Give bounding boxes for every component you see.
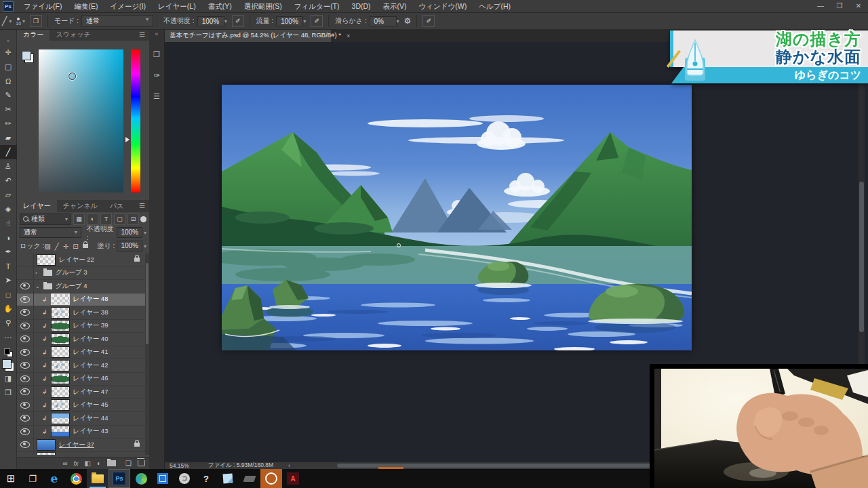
smudge-tool[interactable]: ☝ [0,216,17,230]
zoom-tool[interactable]: ⚲ [0,316,17,330]
layer-style-icon[interactable]: fx [74,460,79,467]
color-panel-tab[interactable]: スウォッチ [50,28,96,41]
lock-transparency-icon[interactable]: ▨ [44,243,50,250]
edge-browser-icon[interactable]: e [43,469,65,488]
layers-panel-tab[interactable]: レイヤー [17,200,57,212]
layer-name[interactable]: レイヤー 39 [73,321,108,330]
airbrush-toggle[interactable]: ✐ [311,15,323,27]
mode-select[interactable]: 通常▾ [81,15,153,27]
layer-name[interactable]: レイヤー 46 [73,374,108,383]
new-group-icon[interactable] [107,460,116,466]
screen-mode-button[interactable]: ❐ [0,386,17,400]
fill-value[interactable]: 100% [117,241,142,251]
layer-thumbnail[interactable] [51,399,70,411]
layer-thumbnail[interactable] [51,386,70,398]
layer-row[interactable]: ↲レイヤー 43 [17,426,145,439]
layer-name[interactable]: レイヤー 22 [59,256,94,264]
clone-stamp-tool[interactable]: ♙ [0,159,17,174]
group-expand-icon[interactable]: › [35,270,42,276]
layer-row[interactable]: レイヤー 37 [17,439,145,452]
status-zoom-level[interactable]: 54.15% [170,462,189,469]
hue-slider[interactable] [131,49,140,192]
opacity-chevron[interactable]: ▾ [224,18,227,24]
layer-thumbnail[interactable] [51,333,70,345]
layer-row[interactable]: レイヤー 22 [17,253,145,267]
eraser-tool[interactable]: ▱ [0,188,17,202]
layer-row[interactable]: ↲レイヤー 40 [17,333,145,346]
layer-name[interactable]: グループ 4 [56,282,87,291]
layer-thumbnail[interactable] [51,426,70,437]
layers-opacity-value[interactable]: 100% [117,227,142,238]
recorder-app-icon[interactable] [174,469,195,488]
brush-tool[interactable]: ╱ [0,145,17,159]
minimize-button[interactable]: — [811,0,830,12]
filter-type-layers-icon[interactable]: T [100,214,112,225]
paint-app-icon[interactable] [130,469,152,488]
layer-thumbnail[interactable] [51,320,70,331]
new-layer-icon[interactable]: ❏ [125,460,132,467]
visibility-toggle[interactable] [17,412,34,425]
lock-pixels-icon[interactable]: ╱ [55,243,59,250]
layer-thumbnail[interactable] [37,452,56,455]
visibility-toggle[interactable] [17,333,34,346]
color-field-cursor[interactable] [68,73,76,80]
layers-panel-tab[interactable]: パス [104,200,130,212]
layer-thumbnail[interactable] [51,293,70,305]
menu-item[interactable]: ヘルプ(H) [473,0,517,12]
document-tab[interactable]: 基本モチーフはすみ.psd @ 54.2% (レイヤー 48, RGB/8#) … [164,28,331,42]
layer-row[interactable]: ↲レイヤー 41 [17,346,145,360]
start-button[interactable]: ⊞ [0,469,22,488]
brush-panel-toggle[interactable]: ❐ [30,15,42,27]
default-colors-icon[interactable] [4,348,13,357]
menu-item[interactable]: レイヤー(L) [152,0,202,12]
visibility-toggle[interactable] [17,293,34,306]
menu-item[interactable]: フィルター(T) [288,0,346,12]
layer-name[interactable]: レイヤー 37 [59,441,94,449]
visibility-toggle[interactable] [17,439,34,451]
more-tools[interactable]: ⋯ [0,330,17,344]
layer-thumbnail[interactable] [51,413,70,424]
layer-name[interactable]: レイヤー 47 [73,388,108,396]
layer-name[interactable]: グループ 3 [56,268,87,277]
smoothing-value[interactable]: 0% [370,16,397,26]
move-tool[interactable]: ✛ [0,45,17,60]
layer-group-row[interactable]: ⌄グループ 4 [17,280,145,293]
photos-app-icon[interactable] [152,469,174,488]
visibility-toggle[interactable] [17,253,34,266]
photoshop-app-icon[interactable]: Ps [108,469,130,488]
shape-tool[interactable]: □ [0,287,17,302]
help-app-icon[interactable]: ? [195,469,217,488]
panel-color-swatches[interactable] [22,51,34,63]
visibility-toggle[interactable] [17,346,34,359]
layer-row[interactable]: レイヤー 36 [17,452,145,455]
notes-app-icon[interactable] [217,469,239,488]
visibility-toggle[interactable] [17,280,34,293]
smoothing-chevron[interactable]: ▾ [397,18,399,24]
layer-row[interactable]: ↲レイヤー 42 [17,359,145,373]
panel-menu-icon[interactable]: ☰ [139,28,149,41]
layer-row[interactable]: ↲レイヤー 46 [17,373,145,386]
layer-name[interactable]: レイヤー 41 [73,348,108,357]
layer-name[interactable]: レイヤー 43 [73,427,108,436]
layer-thumbnail[interactable] [37,254,56,266]
vertical-scrollbar-thumb[interactable] [859,182,864,332]
brush-tip-preview[interactable]: 10 [16,18,21,25]
delete-layer-icon[interactable] [138,460,145,466]
menu-item[interactable]: 編集(E) [68,0,104,12]
crop-tool[interactable]: ✂ [0,102,17,117]
opacity-value[interactable]: 100% [197,16,224,26]
lock-position-icon[interactable]: ✛ [63,243,68,250]
layer-thumbnail[interactable] [51,346,70,358]
wacom-center-icon[interactable] [260,469,282,488]
brush-settings-panel-icon[interactable]: ✑ [153,71,159,80]
lasso-tool[interactable]: Ω [0,74,17,88]
visibility-toggle[interactable] [17,426,34,439]
visibility-toggle[interactable] [17,359,34,372]
visibility-toggle[interactable] [17,373,34,386]
layer-name[interactable]: レイヤー 44 [73,414,108,423]
menu-item[interactable]: ウィンドウ(W) [413,0,473,12]
panel-menu-icon[interactable]: ☰ [139,200,149,212]
layer-row[interactable]: ↲レイヤー 39 [17,320,145,333]
menu-item[interactable]: 3D(D) [346,0,377,12]
layer-name[interactable]: レイヤー 40 [73,335,108,344]
